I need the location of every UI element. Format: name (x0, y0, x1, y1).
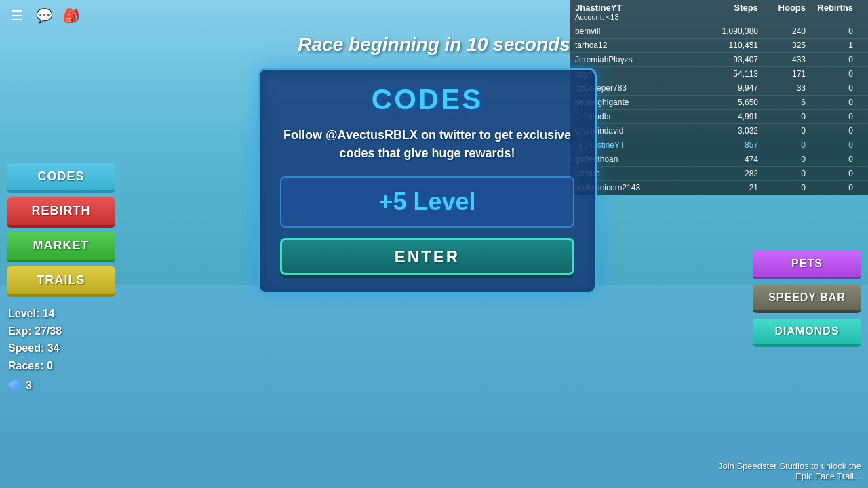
row-rebirths: 0 (806, 155, 853, 164)
row-steps: 3,032 (697, 126, 758, 136)
promo-line2: Epic Face Trail... (718, 471, 861, 481)
modal-title: CODES (280, 83, 574, 116)
trails-button[interactable]: TRAILS (7, 266, 115, 297)
row-steps: 282 (697, 169, 758, 178)
table-row: bemvill 1,090,380 240 0 11 (570, 24, 868, 39)
row-races: 0 (853, 83, 868, 93)
promo-line1: Join Speedster Studios to unlock the (718, 461, 861, 471)
row-rebirths: 0 (806, 126, 853, 136)
diamond-icon (8, 379, 22, 392)
header-rebirths: Rebirths (806, 3, 853, 21)
table-row: godenthoan 474 0 0 0 (570, 152, 868, 167)
row-hoops: 433 (758, 55, 806, 64)
rebirth-button[interactable]: REBIRTH (7, 197, 115, 228)
row-races: 0 (853, 69, 868, 79)
row-hoops: 171 (758, 69, 806, 79)
diamonds-button[interactable]: DIAMONDS (753, 319, 861, 347)
row-steps: 110,451 (697, 41, 758, 50)
row-rebirths: 0 (806, 169, 853, 178)
header-steps: Steps (697, 3, 758, 21)
row-hoops: 240 (758, 26, 806, 36)
row-hoops: 0 (758, 112, 806, 121)
row-races: 0 (853, 112, 868, 121)
level-stat: Level: 14 (8, 305, 62, 323)
row-steps: 5,650 (697, 98, 758, 107)
row-hoops: 0 (758, 140, 806, 150)
row-hoops: 325 (758, 41, 806, 50)
row-hoops: 0 (758, 183, 806, 192)
row-hoops: 0 (758, 169, 806, 178)
row-rebirths: 0 (806, 83, 853, 93)
row-steps: 54,113 (697, 69, 758, 79)
row-steps: 4,991 (697, 112, 758, 121)
leaderboard: JhastineYT Account: <13 Steps Hoops Rebi… (570, 0, 868, 195)
table-row: bcyrill 54,113 171 0 0 (570, 67, 868, 81)
enter-button[interactable]: ENTER (280, 238, 574, 275)
row-name: bemvill (575, 26, 697, 36)
bag-icon[interactable]: 🎒 (61, 5, 81, 26)
table-row: charmindavid 3,032 0 0 0 (570, 124, 868, 138)
header-user: JhastineYT Account: <13 (575, 3, 697, 21)
right-sidebar: PETS SPEEDY BAR DIAMONDS (753, 251, 861, 347)
table-row: fjhfheudbr 4,991 0 0 0 (570, 110, 868, 124)
market-button[interactable]: MARKET (7, 232, 115, 262)
code-reward-display: +5 Level (292, 188, 563, 216)
row-races: 0 (853, 155, 868, 164)
row-rebirths: 0 (806, 26, 853, 36)
row-races: 0 (853, 98, 868, 107)
table-row: [·] JhastineYT 857 0 0 0 (570, 138, 868, 152)
modal-description: Follow @AvectusRBLX on twitter to get ex… (280, 126, 574, 163)
race-announcement: Race beginning in 10 seconds (298, 34, 570, 56)
row-steps: 21 (697, 183, 758, 192)
header-hoops: Hoops (758, 3, 806, 21)
row-hoops: 33 (758, 83, 806, 93)
row-name: JeremiahPlayzs (575, 55, 697, 64)
header-races: Races (853, 3, 868, 21)
row-hoops: 6 (758, 98, 806, 107)
table-row: pepenghigante 5,650 6 0 0 (570, 96, 868, 110)
modal-box: CODES Follow @AvectusRBLX on twitter to … (258, 68, 597, 294)
row-races: 0 (853, 169, 868, 178)
speed-stat: Speed: 34 (8, 340, 62, 357)
table-row: JeremiahPlayzs 93,407 433 0 0 (570, 53, 868, 67)
row-steps: 9,947 (697, 83, 758, 93)
row-races: 0 (853, 183, 868, 192)
diamonds-row: 3 (8, 377, 62, 394)
table-row: ItzCreeper783 9,947 33 0 0 (570, 81, 868, 96)
row-steps: 93,407 (697, 55, 758, 64)
row-races: 0 (853, 55, 868, 64)
row-rebirths: 1 (806, 41, 853, 50)
races-stat: Races: 0 (8, 357, 62, 375)
left-sidebar: CODES REBIRTH MARKET TRAILS (7, 163, 115, 297)
row-races: 8 (853, 41, 868, 50)
row-steps: 857 (697, 140, 758, 150)
table-row: jarthup 282 0 0 0 (570, 167, 868, 181)
code-input-area[interactable]: +5 Level (280, 176, 574, 228)
bottom-right-promo: Join Speedster Studios to unlock the Epi… (718, 461, 861, 481)
leaderboard-rows: bemvill 1,090,380 240 0 11 tarhoa12 110,… (570, 24, 868, 195)
table-row: tarhoa12 110,451 325 1 8 (570, 39, 868, 53)
codes-button[interactable]: CODES (7, 163, 115, 193)
row-rebirths: 0 (806, 69, 853, 79)
row-rebirths: 0 (806, 140, 853, 150)
diamonds-count: 3 (26, 377, 32, 394)
stats-panel: Level: 14 Exp: 27/38 Speed: 34 Races: 0 … (8, 305, 62, 394)
speedy-bar-button[interactable]: SPEEDY BAR (753, 285, 861, 313)
row-steps: 474 (697, 155, 758, 164)
row-name: tarhoa12 (575, 41, 697, 50)
table-row: prettyunicorn2143 21 0 0 0 (570, 181, 868, 195)
codes-modal: CODES Follow @AvectusRBLX on twitter to … (258, 68, 597, 294)
row-hoops: 0 (758, 126, 806, 136)
row-steps: 1,090,380 (697, 26, 758, 36)
row-rebirths: 0 (806, 55, 853, 64)
chat-icon[interactable]: 💬 (34, 5, 54, 26)
row-hoops: 0 (758, 155, 806, 164)
menu-icon[interactable]: ☰ (7, 5, 27, 26)
pets-button[interactable]: PETS (753, 251, 861, 279)
row-races: 11 (853, 26, 868, 36)
row-races: 0 (853, 126, 868, 136)
row-rebirths: 0 (806, 183, 853, 192)
row-rebirths: 0 (806, 98, 853, 107)
water-background (0, 285, 868, 488)
exp-stat: Exp: 27/38 (8, 323, 62, 340)
